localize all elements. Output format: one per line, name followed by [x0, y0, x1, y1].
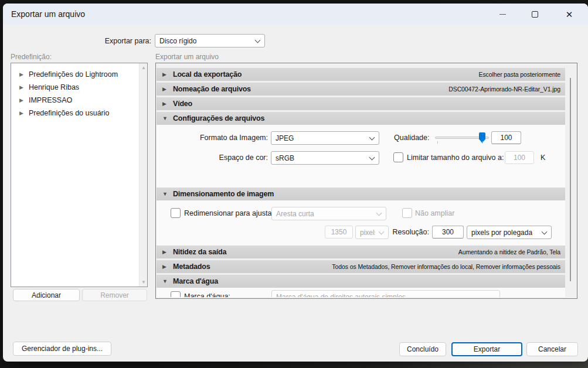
watermark-checkbox[interactable]	[171, 291, 181, 297]
collapsed-triangle-icon: ▶	[162, 101, 168, 107]
resize-checkbox[interactable]	[171, 208, 181, 218]
watermark-content: Marca d'água: Marca d'água de direitos a…	[157, 288, 565, 297]
section-summary: Aumentando a nitidez de Padrão, Tela	[458, 248, 560, 255]
limit-size-input	[505, 151, 534, 164]
collapsed-triangle-icon: ▶	[19, 110, 23, 116]
section-header-file-naming[interactable]: ▶ Nomeação de arquivos DSC00472-Aprimora…	[157, 83, 565, 96]
color-space-dropdown[interactable]: sRGB	[271, 151, 379, 165]
chevron-down-icon	[376, 210, 382, 216]
file-settings-content: Formato da Imagem: JPEG Qualidade: Espaç…	[157, 125, 565, 188]
resolution-unit-dropdown[interactable]: pixels por polegada	[467, 226, 552, 239]
presets-scrollbar[interactable]: ▲ ▼	[139, 63, 147, 287]
section-header-output-sharpening[interactable]: ▶ Nitidez da saída Aumentando a nitidez …	[157, 246, 565, 258]
minimize-icon	[499, 14, 506, 15]
resolution-unit-value: pixels por polegada	[471, 229, 532, 237]
chevron-down-icon	[255, 37, 261, 43]
section-label: Nomeação de arquivos	[173, 85, 251, 93]
minimize-button[interactable]	[490, 5, 515, 23]
preset-group-label: Henrique Ribas	[29, 83, 79, 91]
watermark-label: Marca d'água:	[184, 290, 230, 297]
color-space-value: sRGB	[276, 154, 294, 162]
preset-group-label: IMPRESSAO	[29, 96, 72, 104]
scroll-up-icon[interactable]: ▲	[140, 65, 148, 70]
image-format-label: Formato da Imagem:	[157, 131, 268, 144]
section-header-video[interactable]: ▶ Vídeo	[157, 97, 565, 110]
limit-size-unit-label: K	[541, 151, 545, 164]
size-unit-value: pixels	[360, 229, 375, 237]
dont-enlarge-checkbox	[402, 208, 412, 218]
done-button[interactable]: Concluído	[399, 342, 446, 356]
limit-size-label: Limitar tamanho do arquivo a:	[407, 151, 504, 164]
preset-group-label: Predefinições do usuário	[29, 109, 110, 117]
watermark-dropdown: Marca d'água de direitos autorais simple…	[271, 290, 500, 297]
maximize-button[interactable]	[522, 5, 548, 23]
remove-preset-button: Remover	[82, 289, 147, 301]
collapsed-triangle-icon: ▶	[162, 264, 168, 270]
section-label: Local da exportação	[173, 70, 242, 79]
add-preset-button[interactable]: Adicionar	[13, 289, 80, 301]
section-label: Dimensionamento de imagem	[173, 190, 274, 198]
chevron-down-icon	[542, 229, 548, 234]
preset-group-usuario[interactable]: ▶ Predefinições do usuário	[11, 107, 131, 120]
dont-enlarge-label: Não ampliar	[415, 207, 454, 220]
section-header-watermark[interactable]: ▼ Marca d'água	[157, 275, 565, 288]
export-to-dropdown[interactable]: Disco rígido	[155, 34, 265, 47]
collapsed-triangle-icon: ▶	[19, 71, 23, 77]
export-settings-panel: ▶ Local da exportação Escolher pasta pos…	[155, 63, 577, 299]
maximize-icon	[532, 11, 538, 18]
preset-group-impressao[interactable]: ▶ IMPRESSAO	[11, 94, 131, 107]
titlebar: Exportar um arquivo ✕	[3, 4, 588, 25]
preset-group-lightroom[interactable]: ▶ Predefinições do Lightroom	[11, 68, 131, 81]
chevron-down-icon	[369, 154, 375, 160]
resize-mode-dropdown: Aresta curta	[271, 207, 386, 220]
panel-scrollbar-thumb[interactable]	[570, 78, 571, 281]
limit-size-checkbox[interactable]	[393, 152, 403, 162]
export-dialog: Exportar um arquivo ✕ Exportar para: Dis…	[3, 4, 588, 362]
cancel-button[interactable]: Cancelar	[526, 342, 578, 356]
collapsed-triangle-icon: ▶	[19, 97, 23, 103]
collapsed-triangle-icon: ▶	[162, 86, 168, 92]
dialog-title: Exportar um arquivo	[11, 4, 85, 25]
section-label: Marca d'água	[173, 277, 218, 285]
quality-label: Qualidade:	[394, 131, 429, 144]
preset-group-henrique-ribas[interactable]: ▶ Henrique Ribas	[11, 81, 131, 94]
resize-mode-value: Aresta curta	[276, 210, 314, 218]
section-label: Configurações de arquivos	[173, 114, 264, 122]
slider-tick	[482, 141, 483, 144]
section-header-image-sizing[interactable]: ▼ Dimensionamento de imagem	[157, 188, 565, 200]
scroll-down-icon[interactable]: ▼	[140, 280, 148, 285]
image-format-value: JPEG	[276, 134, 294, 142]
expanded-triangle-icon: ▼	[162, 115, 168, 121]
quality-value-input[interactable]	[491, 131, 521, 144]
image-sizing-content: Redimensionar para ajustar: Aresta curta…	[157, 200, 565, 246]
collapsed-triangle-icon: ▶	[162, 71, 168, 77]
size-value-input	[325, 226, 353, 238]
collapsed-triangle-icon: ▶	[162, 249, 168, 255]
section-summary: DSC00472-Aprimorado-NR-Editar_V1.jpg	[448, 86, 560, 93]
export-to-value: Disco rígido	[159, 37, 196, 45]
section-label: Metadados	[173, 263, 210, 271]
section-header-file-settings[interactable]: ▼ Configurações de arquivos	[157, 112, 565, 125]
close-button[interactable]: ✕	[556, 5, 582, 23]
section-header-export-location[interactable]: ▶ Local da exportação Escolher pasta pos…	[157, 68, 565, 81]
section-label: Nitidez da saída	[173, 248, 226, 256]
preset-group-label: Predefinições do Lightroom	[29, 70, 118, 79]
resolution-label: Resolução:	[379, 226, 429, 238]
section-label: Vídeo	[173, 100, 192, 108]
export-button[interactable]: Exportar	[451, 342, 522, 356]
close-icon: ✕	[566, 10, 573, 19]
resolution-input[interactable]	[432, 226, 464, 238]
image-format-dropdown[interactable]: JPEG	[271, 131, 379, 145]
collapsed-triangle-icon: ▶	[19, 84, 23, 90]
section-summary: Escolher pasta posteriormente	[478, 71, 560, 78]
chevron-down-icon	[369, 134, 375, 140]
plugin-manager-button[interactable]: Gerenciador de plug-ins...	[13, 342, 111, 356]
expanded-triangle-icon: ▼	[162, 278, 168, 284]
desktop-backdrop: Exportar um arquivo ✕ Exportar para: Dis…	[0, 0, 588, 368]
watermark-value: Marca d'água de direitos autorais simple…	[276, 293, 406, 298]
resize-label: Redimensionar para ajustar:	[184, 207, 276, 220]
slider-tick	[437, 141, 438, 144]
color-space-label: Espaço de cor:	[157, 151, 268, 164]
presets-listbox: ▶ Predefinições do Lightroom ▶ Henrique …	[11, 63, 148, 287]
section-header-metadata[interactable]: ▶ Metadados Todos os Metadados, Remover …	[157, 260, 565, 273]
